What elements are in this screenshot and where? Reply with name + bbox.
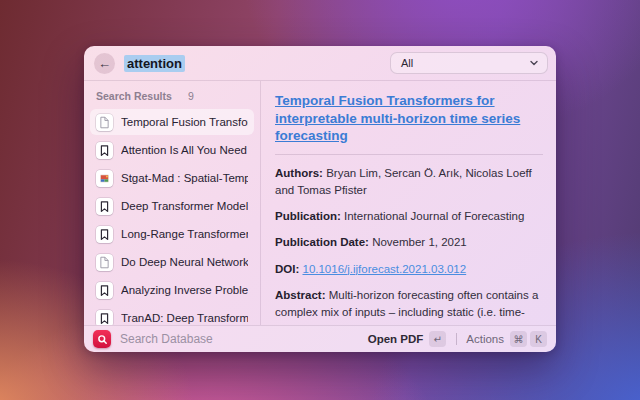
content-area: Search Results 9 Temporal Fusion Transfo… (84, 80, 556, 325)
result-item-label: Deep Transformer Models for Ti... (121, 200, 248, 212)
publication-date-value: November 1, 2021 (372, 236, 467, 248)
results-header: Search Results 9 (90, 88, 254, 109)
detail-divider (275, 154, 543, 155)
result-item-label: Long-Range Transformers for D... (121, 228, 248, 240)
results-header-label: Search Results (96, 90, 172, 102)
publication-value: International Journal of Forecasting (344, 210, 524, 222)
authors-label: Authors: (275, 167, 323, 179)
publication-label: Publication: (275, 210, 341, 222)
search-database-input[interactable]: Search Database (120, 332, 368, 346)
results-count: 9 (188, 90, 194, 102)
result-list-item[interactable]: Attention Is All You Need (90, 137, 254, 163)
cmd-keycap: ⌘ (510, 331, 527, 347)
search-app-window: ← attention All Search Results 9 Tempora… (84, 46, 556, 352)
bottom-action-bar: Search Database Open PDF ↵ Actions ⌘ K (84, 325, 556, 352)
filter-dropdown-value: All (401, 57, 413, 69)
back-button[interactable]: ← (94, 53, 115, 74)
doi-line: DOI: 10.1016/j.ijforecast.2021.03.012 (275, 261, 543, 278)
abstract-label: Abstract: (275, 289, 325, 301)
result-list-item[interactable]: Stgat-Mad : Spatial-Temporal Gr... (90, 165, 254, 191)
chevron-down-icon (529, 58, 539, 68)
bookmark-icon (96, 198, 113, 215)
search-query-input[interactable]: attention (124, 55, 185, 72)
result-item-label: Do Deep Neural Networks Contr... (121, 256, 248, 268)
magnifier-icon (96, 333, 109, 346)
result-item-label: Attention Is All You Need (121, 144, 248, 156)
result-item-label: Analyzing Inverse Problems with... (121, 284, 248, 296)
paper-title-link[interactable]: Temporal Fusion Transformers for interpr… (275, 92, 543, 145)
k-keycap: K (530, 331, 547, 347)
publication-date-label: Publication Date: (275, 236, 369, 248)
top-bar: ← attention All (84, 46, 556, 80)
return-keycap: ↵ (429, 331, 446, 347)
abstract-paragraph: Abstract: Multi-horizon forecasting ofte… (275, 287, 543, 325)
bookmark-icon (96, 142, 113, 159)
document-icon (96, 114, 113, 131)
doi-label: DOI: (275, 263, 299, 275)
publication-date-line: Publication Date: November 1, 2021 (275, 234, 543, 251)
authors-line: Authors: Bryan Lim, Sercan Ö. Arık, Nico… (275, 165, 543, 200)
result-list-item[interactable]: Temporal Fusion Transformers f... (90, 109, 254, 135)
result-item-label: TranAD: Deep Transformer Net... (121, 312, 248, 324)
result-item-label: Stgat-Mad : Spatial-Temporal Gr... (121, 172, 248, 184)
image-icon (96, 170, 113, 187)
result-list-item[interactable]: Long-Range Transformers for D... (90, 221, 254, 247)
document-icon (96, 254, 113, 271)
bookmark-icon (96, 310, 113, 326)
actions-button[interactable]: Actions (466, 333, 504, 345)
results-panel: Search Results 9 Temporal Fusion Transfo… (84, 81, 261, 325)
results-list: Temporal Fusion Transformers f... Attent… (90, 109, 254, 325)
result-list-item[interactable]: Analyzing Inverse Problems with... (90, 277, 254, 303)
result-item-label: Temporal Fusion Transformers f... (121, 116, 248, 128)
bottombar-divider (456, 333, 457, 345)
app-logo-icon (93, 330, 111, 348)
result-list-item[interactable]: Deep Transformer Models for Ti... (90, 193, 254, 219)
filter-dropdown[interactable]: All (390, 52, 548, 74)
result-list-item[interactable]: TranAD: Deep Transformer Net... (90, 305, 254, 325)
bookmark-icon (96, 226, 113, 243)
bookmark-icon (96, 282, 113, 299)
doi-link[interactable]: 10.1016/j.ijforecast.2021.03.012 (302, 263, 466, 275)
publication-line: Publication: International Journal of Fo… (275, 208, 543, 225)
paper-detail-panel: Temporal Fusion Transformers for interpr… (261, 81, 556, 325)
back-arrow-icon: ← (98, 56, 111, 71)
result-list-item[interactable]: Do Deep Neural Networks Contr... (90, 249, 254, 275)
open-pdf-button[interactable]: Open PDF (368, 333, 424, 345)
